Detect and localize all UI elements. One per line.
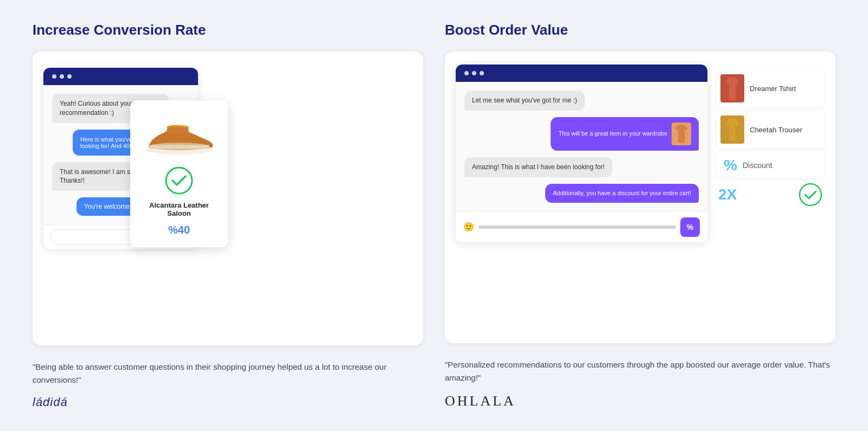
discount-label: Discount [743,161,772,170]
product-name-2: Dreamer Tshirt [750,85,796,93]
product-img-2 [720,115,744,144]
svg-point-7 [800,184,821,205]
dot4 [464,71,469,75]
brand-logo-1: ládidá [33,395,423,409]
dot2 [60,74,64,79]
product-item-2: Cheetah Trouser [716,111,825,148]
product-img-1 [720,74,744,102]
chat-bubble-5: Let me see what you've got for me :) [464,91,585,111]
svg-point-6 [166,168,192,194]
section-conversion: Increase Conversion Rate Yeah! Curious a… [33,22,423,409]
multiplier-label: 2X [718,186,737,203]
chat-bubble-7: Amazing! This is what I have been lookin… [464,157,612,177]
percent-button[interactable]: % [680,217,700,237]
chat-bubble-8: Additionally, you have a discount for yo… [545,184,699,203]
section-boost: Boost Order Value Let me see what you've… [445,22,835,409]
section2-card: Let me see what you've got for me :) Thi… [445,52,835,343]
chat-bubble-6: This will be a great item in your wardro… [551,117,699,151]
sweater-thumbnail [672,123,691,145]
quote-block-2: "Personalized recommendations to our cus… [445,358,835,409]
chat-header-1 [43,68,198,85]
product-discount-1: %40 [168,224,190,236]
dot6 [480,71,484,75]
quote-text-1: "Being able to answer customer questions… [33,361,423,387]
section2-title: Boost Order Value [445,22,835,38]
emoji-icon: 🙂 [463,222,474,232]
chat-body-2: Let me see what you've got for me :) Thi… [456,82,707,211]
dot3 [67,74,72,79]
section2-content: Let me see what you've got for me :) Thi… [456,65,825,330]
product-list: Dreamer Tshirt Cheetah Trouser % [716,65,825,207]
quote-text-2: "Personalized recommendations to our cus… [445,358,835,384]
product-item-1: Dreamer Tshirt [716,70,825,107]
chat-window-2: Let me see what you've got for me :) Thi… [456,65,707,242]
green-check-icon [799,183,822,207]
product-name-1: Alcantara Leather Saloon [141,201,217,217]
section1-content: Yeah! Curious about your recommendation … [43,68,212,263]
brand-logo-2: OHLALA [445,393,835,409]
dot1 [52,74,56,79]
svg-rect-5 [149,145,209,149]
bottom-row: 2X [716,183,825,207]
quote-block-1: "Being able to answer customer questions… [33,361,423,409]
product-card-1: Alcantara Leather Saloon %40 [130,100,228,247]
percent-symbol: % [724,157,737,174]
discount-row: % Discount [716,152,825,178]
section1-card: Yeah! Curious about your recommendation … [33,52,423,345]
chat-header-2 [456,65,707,82]
section1-title: Increase Conversion Rate [33,22,423,38]
dot5 [472,71,476,75]
chat-input-area-2[interactable]: 🙂 % [456,211,707,242]
input-text-line [478,226,676,229]
product-name-3: Cheetah Trouser [750,126,802,134]
